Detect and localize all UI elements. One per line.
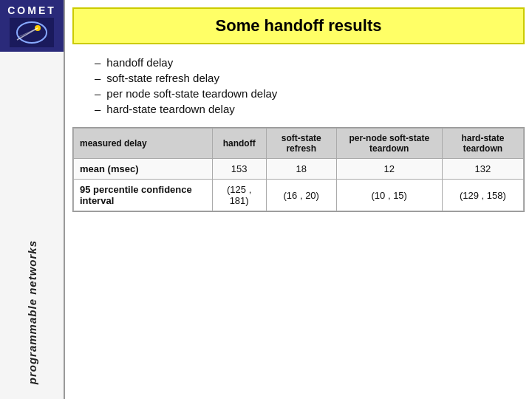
cell-mean-hardstate: 132: [442, 159, 523, 180]
results-table-container: measured delay handoff soft-state refres…: [72, 127, 525, 212]
col-header-handoff: handoff: [212, 129, 266, 159]
row-label-mean: mean (msec): [74, 159, 213, 180]
logo-text: COMET: [7, 4, 56, 16]
sidebar-label: programmable networks: [26, 240, 38, 384]
cell-pct-pernode: (10 , 15): [336, 180, 442, 211]
slide-title: Some handoff results: [72, 7, 525, 44]
col-header-pernode: per-node soft-state teardown: [336, 129, 442, 159]
table-header-row: measured delay handoff soft-state refres…: [74, 129, 524, 159]
results-table: measured delay handoff soft-state refres…: [73, 128, 524, 211]
cell-mean-softstate: 18: [266, 159, 336, 180]
bullet-item-4: – hard-state teardown delay: [95, 103, 517, 115]
logo-graphic: [10, 18, 54, 47]
cell-pct-hardstate: (129 , 158): [442, 180, 523, 211]
sidebar: COMET programmable networks: [0, 0, 65, 399]
bullet-list: – handoff delay – soft-state refresh del…: [65, 50, 532, 124]
cell-mean-handoff: 153: [212, 159, 266, 180]
main-content: Some handoff results – handoff delay – s…: [65, 0, 532, 399]
table-row-percentile: 95 percentile confidence interval (125 ,…: [74, 180, 524, 211]
cell-pct-softstate: (16 , 20): [266, 180, 336, 211]
cell-mean-pernode: 12: [336, 159, 442, 180]
bullet-item-3: – per node soft-state teardown delay: [95, 87, 517, 100]
logo-area: COMET: [0, 0, 64, 52]
col-header-hardstate: hard-state teardown: [442, 129, 523, 159]
row-label-percentile: 95 percentile confidence interval: [74, 180, 213, 211]
bullet-item-2: – soft-state refresh delay: [95, 72, 517, 84]
col-header-measured: measured delay: [74, 129, 213, 159]
table-row-mean: mean (msec) 153 18 12 132: [74, 159, 524, 180]
col-header-softstate: soft-state refresh: [266, 129, 336, 159]
cell-pct-handoff: (125 , 181): [212, 180, 266, 211]
bullet-item-1: – handoff delay: [95, 56, 517, 69]
